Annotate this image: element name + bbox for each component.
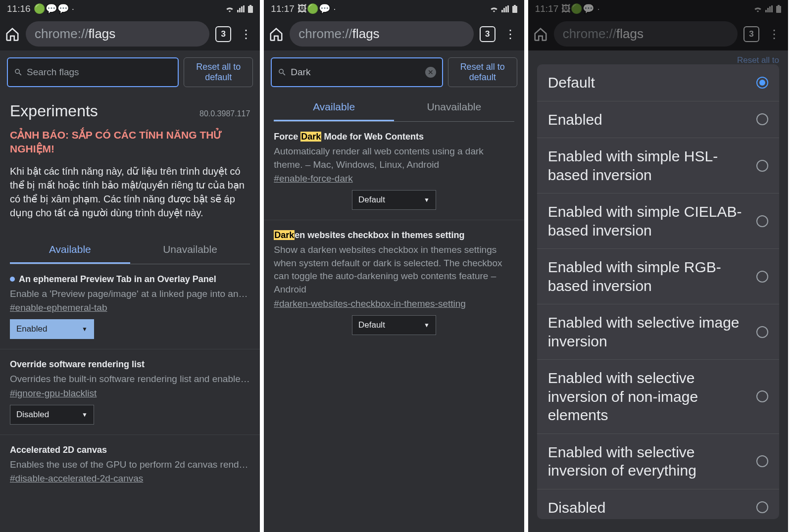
status-right-icons: [225, 5, 253, 13]
flag-item: Override software rendering list Overrid…: [0, 349, 260, 435]
tab-switcher[interactable]: 3: [215, 26, 231, 42]
svg-rect-5: [778, 5, 780, 6]
flag-link[interactable]: #disable-accelerated-2d-canvas: [10, 473, 143, 484]
warning-body: Khi bật các tính năng này, dữ liệu trên …: [10, 164, 250, 220]
battery-icon: [776, 5, 781, 13]
option-label: Enabled with simple HSL-based inversion: [548, 147, 756, 184]
dropdown-option[interactable]: Enabled with simple CIELAB-based inversi…: [537, 193, 779, 249]
flag-dropdown[interactable]: Default▼: [352, 190, 436, 210]
flag-dropdown[interactable]: Default▼: [352, 315, 436, 335]
top-controls: ✕ Reset all to default: [264, 50, 524, 90]
reset-button[interactable]: Reset all to default: [184, 57, 253, 87]
flag-description: Overrides the built-in software renderin…: [10, 373, 250, 386]
battery-icon: [248, 5, 253, 13]
flag-link[interactable]: #darken-websites-checkbox-in-themes-sett…: [274, 298, 466, 309]
flag-dropdown[interactable]: Enabled▼: [10, 319, 94, 339]
option-label: Enabled with selective inversion of non-…: [548, 369, 756, 425]
flag-description: Enable a 'Preview page/image' at a linke…: [10, 288, 250, 301]
menu-icon[interactable]: ⋮: [501, 27, 519, 41]
status-time: 11:17: [271, 3, 295, 14]
option-label: Enabled: [548, 110, 611, 129]
home-icon[interactable]: [269, 27, 284, 42]
search-icon: [278, 68, 287, 77]
status-bar: 11:17 🖼🟢💬 ·: [264, 0, 524, 17]
flag-link[interactable]: #enable-ephemeral-tab: [10, 302, 107, 313]
url-bar[interactable]: chrome://flags: [290, 21, 473, 47]
svg-rect-3: [514, 5, 516, 6]
dropdown-option[interactable]: Enabled: [537, 101, 779, 139]
flag-description: Automatically render all web contents us…: [274, 145, 514, 171]
menu-icon[interactable]: ⋮: [237, 27, 255, 41]
dropdown-option[interactable]: Enabled with selective inversion of ever…: [537, 434, 779, 489]
dropdown-option[interactable]: Enabled with simple HSL-based inversion: [537, 138, 779, 193]
signal-icon: [765, 5, 773, 12]
option-label: Enabled with selective inversion of ever…: [548, 443, 756, 480]
tab-switcher: 3: [743, 26, 759, 42]
radio-icon: [756, 326, 768, 338]
search-input[interactable]: [291, 67, 421, 78]
flag-link[interactable]: #enable-force-dark: [274, 173, 352, 184]
wifi-icon: [753, 5, 762, 12]
flag-item: Force Dark Mode for Web Contents Automat…: [264, 122, 524, 220]
option-label: Enabled with simple RGB-based inversion: [548, 258, 756, 295]
status-right-icons: [753, 5, 781, 13]
browser-toolbar: chrome://flags 3 ⋮: [528, 17, 788, 50]
svg-rect-0: [248, 6, 253, 13]
svg-rect-1: [249, 5, 251, 6]
tab-unavailable[interactable]: Unavailable: [130, 237, 250, 264]
radio-icon: [756, 77, 768, 89]
search-input[interactable]: [27, 67, 172, 78]
wifi-icon: [225, 5, 234, 12]
radio-icon: [756, 160, 768, 172]
dropdown-option[interactable]: Enabled with selective image inversion: [537, 304, 779, 360]
flag-dropdown[interactable]: Disabled▼: [10, 405, 94, 425]
chevron-down-icon: ▼: [424, 196, 430, 203]
flag-description: Enables the use of the GPU to perform 2d…: [10, 458, 250, 472]
search-box[interactable]: [7, 57, 179, 87]
flag-tabs: Available Unavailable: [10, 237, 250, 264]
dropdown-option[interactable]: Default: [537, 64, 779, 101]
chevron-down-icon: ▼: [82, 326, 88, 333]
radio-icon: [756, 455, 768, 467]
warning-title: CẢNH BÁO: SẮP CÓ CÁC TÍNH NĂNG THỬ NGHIỆ…: [10, 128, 250, 156]
url-bar[interactable]: chrome://flags: [26, 21, 209, 47]
tab-switcher[interactable]: 3: [480, 26, 495, 42]
chevron-down-icon: ▼: [424, 322, 430, 329]
page-content: Experiments 80.0.3987.117 CẢNH BÁO: SẮP …: [0, 90, 260, 237]
search-icon: [14, 68, 23, 77]
url-bar: chrome://flags: [554, 21, 738, 47]
signal-icon: [237, 5, 245, 12]
flag-item: Darken websites checkbox in themes setti…: [264, 220, 524, 344]
status-left-icons: 🖼🟢💬 ·: [561, 3, 600, 14]
signal-icon: [501, 5, 509, 12]
radio-icon: [756, 390, 768, 402]
flag-link[interactable]: #ignore-gpu-blacklist: [10, 388, 97, 399]
version-label: 80.0.3987.117: [199, 109, 250, 118]
home-icon: [533, 27, 548, 42]
top-controls: Reset all to default: [0, 50, 260, 90]
dropdown-option[interactable]: Enabled with selective inversion of non-…: [537, 360, 779, 434]
status-time: 11:17: [535, 3, 559, 14]
dropdown-option[interactable]: Enabled with simple RGB-based inversion: [537, 249, 779, 304]
tab-available[interactable]: Available: [10, 237, 130, 264]
url-prefix: chrome://: [563, 26, 616, 41]
url-path: flags: [352, 26, 380, 41]
home-icon[interactable]: [5, 27, 20, 42]
tab-available[interactable]: Available: [274, 94, 394, 121]
dropdown-option[interactable]: Disabled: [537, 489, 779, 520]
clear-icon[interactable]: ✕: [425, 67, 436, 78]
screenshot-1: 11:16 🟢💬💬 · chrome://flags 3 ⋮: [0, 0, 264, 532]
radio-icon: [756, 215, 768, 227]
flag-item: An ephemeral Preview Tab in an Overlay P…: [0, 264, 260, 350]
flag-tabs: Available Unavailable: [274, 94, 514, 122]
screenshot-2: 11:17 🖼🟢💬 · chrome://flags 3 ⋮ ✕ Reset a…: [264, 0, 528, 532]
tab-unavailable[interactable]: Unavailable: [394, 94, 514, 121]
option-label: Enabled with selective image inversion: [548, 313, 756, 350]
search-box[interactable]: ✕: [271, 57, 443, 87]
reset-button[interactable]: Reset all to default: [448, 57, 517, 87]
browser-toolbar: chrome://flags 3 ⋮: [0, 17, 260, 50]
modified-dot-icon: [10, 277, 15, 282]
option-label: Enabled with simple CIELAB-based inversi…: [548, 202, 756, 240]
status-right-icons: [490, 5, 517, 13]
option-label: Default: [548, 73, 604, 92]
